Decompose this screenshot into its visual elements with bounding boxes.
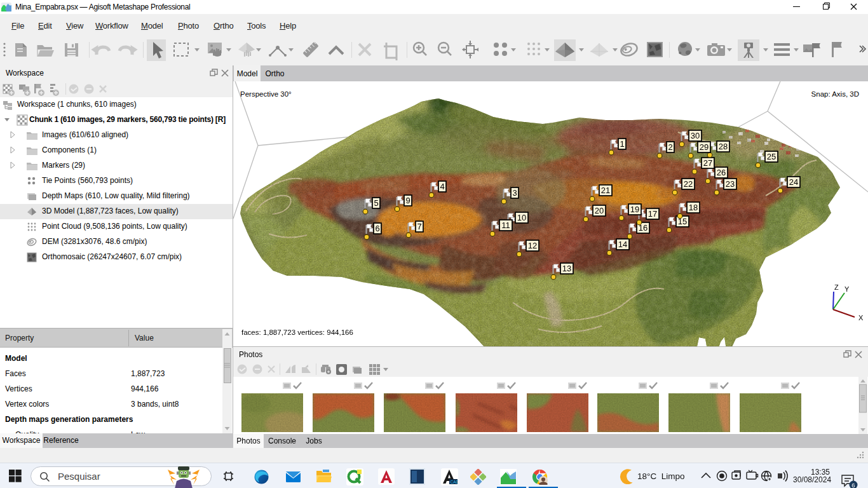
svg-text:10: 10 (517, 213, 526, 222)
svg-text:7: 7 (417, 222, 421, 231)
svg-text:24: 24 (789, 177, 798, 187)
svg-text:9: 9 (405, 196, 410, 205)
svg-text:12: 12 (528, 241, 537, 250)
svg-text:23: 23 (726, 179, 735, 189)
svg-text:22: 22 (684, 179, 693, 189)
svg-text:6: 6 (851, 482, 855, 488)
svg-text:19: 19 (630, 205, 639, 214)
svg-text:4: 4 (440, 182, 444, 191)
svg-text:1: 1 (620, 139, 624, 149)
svg-text:26: 26 (717, 168, 726, 177)
svg-text:28: 28 (719, 142, 728, 151)
svg-text:6: 6 (375, 224, 379, 233)
svg-text:X: X (858, 314, 864, 322)
svg-text:5: 5 (374, 198, 378, 208)
svg-text:14: 14 (618, 240, 627, 249)
svg-text:Z: Z (834, 283, 839, 291)
svg-text:18: 18 (689, 203, 698, 212)
svg-text:30: 30 (691, 131, 700, 140)
svg-text:29: 29 (700, 142, 709, 152)
svg-text:20: 20 (595, 206, 604, 215)
svg-text:3: 3 (512, 188, 517, 198)
svg-text:27: 27 (703, 158, 712, 168)
svg-text:13: 13 (562, 264, 571, 273)
svg-text:17: 17 (648, 209, 657, 219)
svg-text:11: 11 (501, 220, 510, 230)
svg-text:Y: Y (844, 285, 850, 293)
svg-text:CAD: CAD (451, 480, 459, 484)
svg-text:21: 21 (601, 186, 610, 195)
svg-text:2: 2 (668, 142, 672, 152)
svg-text:25: 25 (767, 152, 776, 161)
